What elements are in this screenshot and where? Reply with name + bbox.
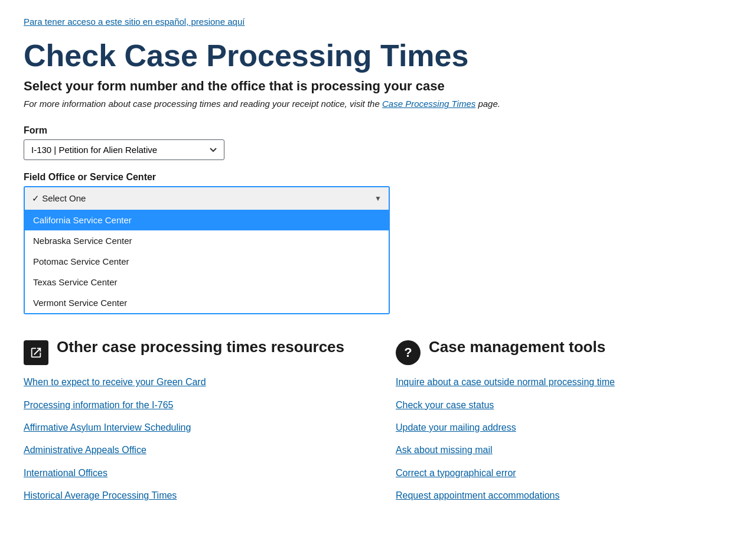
list-item: Ask about missing mail	[396, 444, 732, 457]
dropdown-option-vermont[interactable]: Vermont Service Center	[25, 292, 389, 313]
check-mark-icon: ✓	[32, 193, 42, 203]
typo-error-link[interactable]: Correct a typographical error	[396, 468, 516, 478]
question-mark-icon: ?	[396, 340, 421, 365]
dropdown-placeholder-text: Select One	[42, 193, 86, 203]
inquire-case-link[interactable]: Inquire about a case outside normal proc…	[396, 377, 615, 387]
field-office-section: Field Office or Service Center ✓ Select …	[24, 172, 732, 314]
update-address-link[interactable]: Update your mailing address	[396, 422, 516, 432]
list-item: Update your mailing address	[396, 421, 732, 434]
list-item: Historical Average Processing Times	[24, 489, 360, 502]
dropdown-header[interactable]: ✓ Select One ▼	[25, 187, 389, 210]
external-link-icon-box	[24, 340, 48, 365]
page-description-after: page.	[475, 99, 500, 109]
aao-link[interactable]: Administrative Appeals Office	[24, 445, 146, 455]
dropdown-option-nebraska[interactable]: Nebraska Service Center	[25, 230, 389, 251]
list-item: Processing information for the I-765	[24, 399, 360, 412]
dropdown-option-california[interactable]: California Service Center	[25, 210, 389, 230]
international-offices-link[interactable]: International Offices	[24, 468, 107, 478]
case-processing-times-link[interactable]: Case Processing Times	[382, 99, 475, 109]
missing-mail-link[interactable]: Ask about missing mail	[396, 445, 493, 455]
case-management-header: ? Case management tools	[396, 338, 732, 365]
page-description: For more information about case processi…	[24, 99, 732, 109]
page-description-before: For more information about case processi…	[24, 99, 382, 109]
dropdown-option-texas[interactable]: Texas Service Center	[25, 272, 389, 292]
other-resources-column: Other case processing times resources Wh…	[24, 338, 360, 512]
check-case-status-link[interactable]: Check your case status	[396, 400, 494, 410]
dropdown-options-list: California Service Center Nebraska Servi…	[25, 210, 389, 313]
other-resources-header: Other case processing times resources	[24, 338, 360, 365]
list-item: Inquire about a case outside normal proc…	[396, 376, 732, 389]
i765-link[interactable]: Processing information for the I-765	[24, 400, 173, 410]
form-section: Form I-130 | Petition for Alien Relative…	[24, 125, 732, 160]
other-resources-title: Other case processing times resources	[57, 338, 344, 356]
appointment-accommodations-link[interactable]: Request appointment accommodations	[396, 490, 560, 500]
field-office-dropdown[interactable]: ✓ Select One ▼ California Service Center…	[24, 186, 390, 314]
form-select[interactable]: I-130 | Petition for Alien Relative I-13…	[24, 139, 224, 160]
case-management-title: Case management tools	[429, 338, 605, 356]
dropdown-option-potomac[interactable]: Potomac Service Center	[25, 251, 389, 272]
case-management-column: ? Case management tools Inquire about a …	[396, 338, 732, 512]
external-link-icon	[30, 346, 43, 359]
chevron-down-icon: ▼	[374, 194, 382, 203]
case-management-links: Inquire about a case outside normal proc…	[396, 376, 732, 502]
other-resources-links: When to expect to receive your Green Car…	[24, 376, 360, 502]
historical-processing-link[interactable]: Historical Average Processing Times	[24, 490, 177, 500]
list-item: Correct a typographical error	[396, 467, 732, 480]
green-card-link[interactable]: When to expect to receive your Green Car…	[24, 377, 206, 387]
spanish-language-link[interactable]: Para tener acceso a este sitio en españo…	[24, 17, 245, 27]
page-subtitle: Select your form number and the office t…	[24, 79, 732, 94]
form-label: Form	[24, 125, 732, 136]
list-item: Check your case status	[396, 399, 732, 412]
asylum-interview-link[interactable]: Affirmative Asylum Interview Scheduling	[24, 422, 191, 432]
page-title: Check Case Processing Times	[24, 39, 732, 73]
list-item: When to expect to receive your Green Car…	[24, 376, 360, 389]
list-item: Affirmative Asylum Interview Scheduling	[24, 421, 360, 434]
list-item: Request appointment accommodations	[396, 489, 732, 502]
field-office-label: Field Office or Service Center	[24, 172, 732, 183]
bottom-section: Other case processing times resources Wh…	[24, 338, 732, 512]
list-item: International Offices	[24, 467, 360, 480]
spanish-language-link-container: Para tener acceso a este sitio en españo…	[24, 17, 732, 27]
list-item: Administrative Appeals Office	[24, 444, 360, 457]
dropdown-selected-value: ✓ Select One	[32, 193, 86, 204]
